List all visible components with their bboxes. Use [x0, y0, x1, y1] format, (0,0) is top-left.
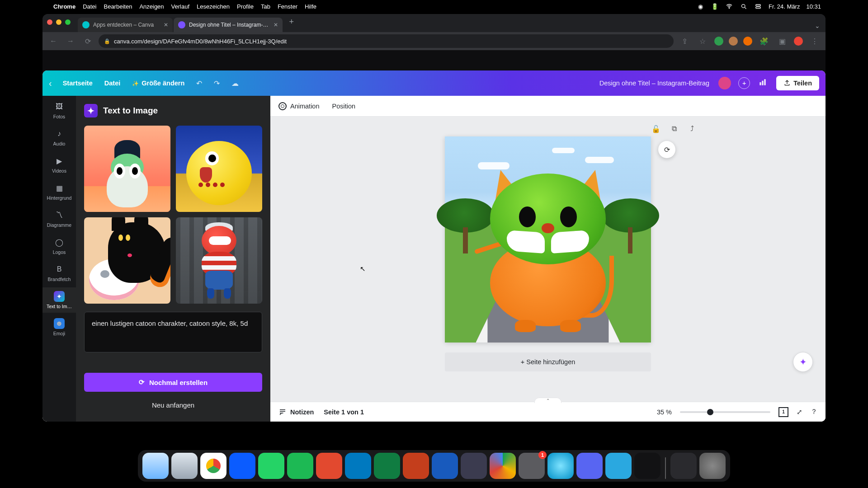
- tabs-dropdown-icon[interactable]: ⌄: [809, 22, 826, 32]
- new-tab-button[interactable]: +: [283, 17, 299, 29]
- undo-icon[interactable]: ↶: [193, 79, 206, 88]
- mac-menu-item[interactable]: Profile: [237, 3, 254, 10]
- extension-icon[interactable]: [729, 37, 738, 46]
- animation-button[interactable]: Animation: [278, 102, 319, 110]
- extension-icon[interactable]: [714, 37, 723, 46]
- record-icon[interactable]: ◉: [696, 2, 704, 10]
- fullscreen-icon[interactable]: ⤢: [797, 408, 802, 416]
- bookmark-star-icon[interactable]: ☆: [696, 35, 709, 47]
- dock-app-discord[interactable]: [576, 453, 603, 479]
- home-link[interactable]: Startseite: [59, 80, 96, 87]
- grid-view-icon[interactable]: 1: [778, 407, 788, 417]
- sidepanel-icon[interactable]: ▣: [776, 35, 788, 47]
- canvas-page[interactable]: [445, 136, 651, 343]
- zoom-slider[interactable]: [680, 411, 770, 413]
- export-up-icon[interactable]: ⤴: [687, 124, 697, 134]
- mac-menu-item[interactable]: Hilfe: [305, 3, 316, 10]
- magic-assist-button[interactable]: ✦: [793, 352, 813, 372]
- window-controls[interactable]: [47, 19, 71, 25]
- dock-app-voicememos[interactable]: [634, 453, 660, 479]
- dock-app-excel[interactable]: [374, 453, 400, 479]
- add-page-button[interactable]: + Seite hinzufügen: [445, 352, 651, 371]
- dock-app-drive[interactable]: [490, 453, 516, 479]
- mac-menu-item[interactable]: Fenster: [278, 3, 297, 10]
- dock-app-quicktime[interactable]: [605, 453, 632, 479]
- mac-menu-item[interactable]: Tab: [261, 3, 270, 10]
- generated-image-thumb[interactable]: [84, 126, 170, 212]
- dock-app-finder[interactable]: [142, 453, 169, 479]
- rail-item-audio[interactable]: ♪Audio: [42, 125, 76, 150]
- file-menu[interactable]: Datei: [101, 80, 124, 87]
- rail-item-emoji[interactable]: ☻Emoji: [42, 314, 76, 340]
- document-title[interactable]: Design ohne Titel – Instagram-Beitrag: [599, 80, 709, 87]
- expand-pages-icon[interactable]: ⌃: [534, 398, 561, 403]
- regenerate-button[interactable]: ⟳ Nochmal erstellen: [84, 373, 262, 392]
- dock-app-powerpoint[interactable]: [403, 453, 429, 479]
- dock-app-chrome[interactable]: [200, 453, 226, 479]
- rail-item-text-to-image[interactable]: ✦Text to Im…: [42, 287, 76, 313]
- minimize-window-icon[interactable]: [56, 19, 61, 25]
- close-window-icon[interactable]: [47, 19, 52, 25]
- dock-app-word[interactable]: [432, 453, 458, 479]
- tab-close-icon[interactable]: ✕: [274, 22, 278, 28]
- share-page-icon[interactable]: ⇪: [678, 35, 691, 47]
- mac-menu-item[interactable]: Verlauf: [171, 3, 189, 10]
- extension-icon[interactable]: [743, 37, 752, 46]
- unlock-icon[interactable]: 🔓: [651, 124, 661, 134]
- dock-app-imovie[interactable]: [461, 453, 487, 479]
- address-bar[interactable]: 🔒 canva.com/design/DAFeGfv4mD0/8wNhH46Fi…: [99, 34, 674, 48]
- position-button[interactable]: Position: [332, 103, 355, 110]
- dock-app-settings[interactable]: 1: [519, 453, 545, 479]
- generated-image-thumb[interactable]: [84, 217, 170, 304]
- user-avatar[interactable]: [718, 77, 731, 89]
- duplicate-page-icon[interactable]: ⧉: [669, 124, 679, 134]
- canva-back-icon[interactable]: ‹: [49, 78, 55, 89]
- spotlight-icon[interactable]: [740, 2, 748, 10]
- browser-tab[interactable]: Design ohne Titel – Instagram-… ✕: [174, 18, 283, 32]
- tab-close-icon[interactable]: ✕: [164, 22, 168, 28]
- resize-button[interactable]: Größe ändern: [128, 80, 188, 87]
- dock-app-stack[interactable]: [670, 453, 697, 479]
- mac-menu-item[interactable]: Anzeigen: [139, 3, 164, 10]
- help-icon[interactable]: ？: [811, 408, 817, 416]
- battery-icon[interactable]: 🔋: [711, 2, 719, 10]
- zoom-value[interactable]: 35 %: [657, 408, 672, 416]
- dock-app-whatsapp[interactable]: [258, 453, 284, 479]
- control-center-icon[interactable]: [754, 2, 762, 10]
- rail-item-logos[interactable]: ◯Logos: [42, 233, 76, 258]
- notes-button[interactable]: Notizen: [278, 408, 314, 416]
- add-member-button[interactable]: +: [738, 77, 750, 89]
- mac-time[interactable]: 10:31: [806, 3, 821, 10]
- dock-app-safari[interactable]: [171, 453, 198, 479]
- profile-avatar-icon[interactable]: [794, 37, 803, 46]
- forward-button[interactable]: →: [64, 35, 77, 47]
- mac-menu-item[interactable]: Lesezeichen: [197, 3, 230, 10]
- redo-icon[interactable]: ↷: [210, 79, 223, 88]
- share-button[interactable]: Teilen: [776, 76, 819, 90]
- mac-menu-item[interactable]: Bearbeiten: [104, 3, 132, 10]
- dock-app-zoom[interactable]: [229, 453, 255, 479]
- fullscreen-window-icon[interactable]: [65, 19, 71, 25]
- browser-tab[interactable]: Apps entdecken – Canva ✕: [78, 18, 173, 32]
- generated-image-thumb[interactable]: [176, 126, 262, 212]
- workspace[interactable]: 🔓 ⧉ ⤴: [270, 117, 826, 402]
- rail-item-videos[interactable]: ▶Videos: [42, 152, 76, 177]
- refresh-page-button[interactable]: ⟳: [658, 141, 675, 158]
- mac-date[interactable]: Fr. 24. März: [769, 3, 800, 10]
- back-button[interactable]: ←: [47, 35, 60, 47]
- dock-app-trello[interactable]: [345, 453, 371, 479]
- rail-item-diagramme[interactable]: 〽Diagramme: [42, 206, 76, 231]
- insights-icon[interactable]: [758, 78, 767, 89]
- prompt-input[interactable]: einen lustigen catoon charakter, catoon …: [84, 312, 262, 352]
- rail-item-brandfetch[interactable]: BBrandfetch: [42, 260, 76, 286]
- dock-app-todoist[interactable]: [316, 453, 342, 479]
- wifi-icon[interactable]: [725, 2, 733, 10]
- chrome-menu-icon[interactable]: ⋮: [808, 35, 821, 47]
- dock-app-spotify[interactable]: [287, 453, 313, 479]
- rail-item-fotos[interactable]: 🖼Fotos: [42, 98, 76, 123]
- rail-item-hintergrund[interactable]: ▦Hintergrund: [42, 179, 76, 204]
- reload-button[interactable]: ⟳: [81, 35, 94, 47]
- mac-menu-item[interactable]: Datei: [83, 3, 96, 10]
- mac-menu-app[interactable]: Chrome: [53, 3, 75, 10]
- start-over-button[interactable]: Neu anfangen: [84, 396, 262, 413]
